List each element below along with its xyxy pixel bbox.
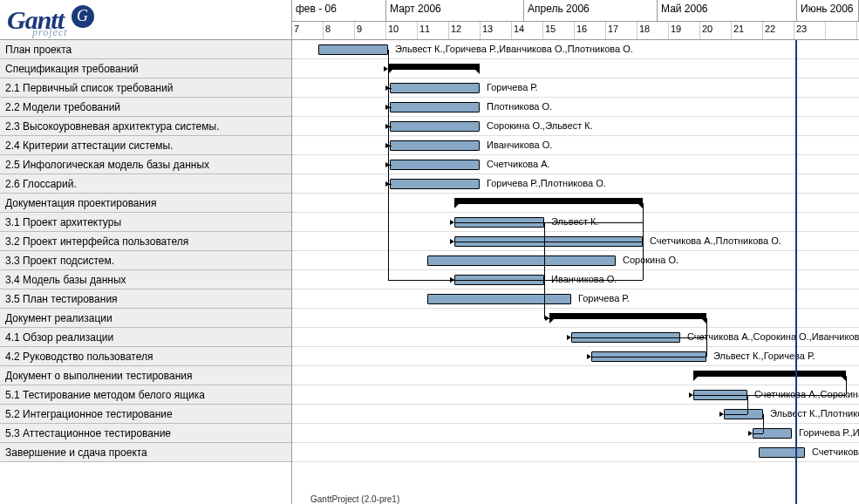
task-row[interactable]: Документация проектирования <box>0 194 291 213</box>
task-bar[interactable] <box>427 294 571 304</box>
week-header: 8 <box>324 22 355 39</box>
app-logo: Ganttproject G <box>0 0 291 39</box>
assignee-label: Счетчикова А.,Сорокина О.,Иванчикова О. <box>754 389 859 399</box>
task-row[interactable]: План проекта <box>0 40 291 59</box>
task-bar[interactable] <box>390 102 480 112</box>
task-row[interactable]: 5.1 Тестирование методом белого ящика <box>0 385 291 405</box>
summary-bar[interactable] <box>388 64 480 70</box>
week-header: 21 <box>732 22 763 39</box>
task-bar[interactable] <box>318 44 388 55</box>
task-row[interactable]: Документ о выполнении тестирования <box>0 366 291 385</box>
week-header: 16 <box>575 22 606 39</box>
week-header: 12 <box>449 22 481 39</box>
assignee-label: Счетчикова А.,Сорокина О.,Иванчикова О. <box>687 331 859 342</box>
task-row[interactable]: 3.3 Проект подсистем. <box>0 251 291 270</box>
task-bar[interactable] <box>390 179 480 189</box>
task-bar[interactable] <box>427 255 616 266</box>
task-row[interactable]: Завершение и сдача проекта <box>0 443 291 462</box>
assignee-label: Горичева Р.,Иванчикова О. <box>799 427 859 438</box>
assignee-label: Счетчикова А.,Плотникова О. <box>650 235 781 246</box>
today-line <box>795 40 797 504</box>
assignee-label: Горичева Р.,Плотникова О. <box>487 178 606 188</box>
month-header: Март 2006 <box>386 0 524 21</box>
timeline-header: фев - 06Март 2006Апрель 2006Май 2006Июнь… <box>291 0 859 39</box>
assignee-label: Плотникова О. <box>487 101 552 112</box>
task-row[interactable]: 2.4 Критерии аттестации системы. <box>0 136 291 155</box>
task-row[interactable]: 2.6 Глоссарий. <box>0 174 291 194</box>
week-header: 23 <box>794 22 826 39</box>
task-row[interactable]: 3.4 Модель базы данных <box>0 270 291 289</box>
task-row[interactable]: 3.2 Проект интерфейса пользователя <box>0 232 291 251</box>
week-header: 22 <box>763 22 794 39</box>
task-row[interactable]: 5.3 Аттестационное тестирование <box>0 424 291 443</box>
month-header: Май 2006 <box>658 0 797 21</box>
week-header: 20 <box>700 22 732 39</box>
logo-badge-icon: G <box>72 5 94 28</box>
week-header: 17 <box>606 22 637 39</box>
task-bar[interactable] <box>390 140 480 151</box>
week-header: 19 <box>669 22 700 39</box>
week-header: 14 <box>512 22 543 39</box>
week-header: 13 <box>481 22 512 39</box>
assignee-label: Иванчикова О. <box>551 274 617 284</box>
week-header: 15 <box>543 22 575 39</box>
task-row[interactable]: 2.1 Первичный список требований <box>0 78 291 98</box>
task-list[interactable]: План проектаСпецификация требований2.1 П… <box>0 40 292 504</box>
task-bar[interactable] <box>390 121 480 132</box>
week-header: 11 <box>418 22 449 39</box>
month-header: Июнь 2006 <box>797 0 859 21</box>
assignee-label: Горичева Р. <box>487 82 538 92</box>
month-header: фев - 06 <box>292 0 386 21</box>
task-row[interactable]: 4.1 Обзор реализации <box>0 328 291 347</box>
week-header: 7 <box>292 22 324 39</box>
summary-bar[interactable] <box>549 313 706 319</box>
week-header: 10 <box>386 22 418 39</box>
assignee-label: Сорокина О.,Эльвест К. <box>487 120 593 131</box>
task-bar[interactable] <box>759 447 805 458</box>
month-header: Апрель 2006 <box>524 0 658 21</box>
assignee-label: Сорокина О. <box>623 255 678 265</box>
assignee-label: Эльвест К.,Горичева Р. <box>713 351 815 361</box>
task-bar[interactable] <box>390 83 480 93</box>
summary-bar[interactable] <box>454 198 643 204</box>
task-row[interactable]: 2.2 Модели требований <box>0 98 291 117</box>
assignee-label: Эльвест К. <box>551 216 599 227</box>
task-row[interactable]: 3.1 Проект архитектуры <box>0 213 291 232</box>
week-header <box>826 22 857 39</box>
summary-bar[interactable] <box>693 371 846 377</box>
task-row[interactable]: 4.2 Руководство пользователя <box>0 347 291 366</box>
week-header: 18 <box>637 22 669 39</box>
task-row[interactable]: 2.3 Высокоуровневая архитектура системы. <box>0 117 291 136</box>
task-row[interactable]: Документ реализации <box>0 309 291 328</box>
assignee-label: Горичева Р. <box>578 293 630 303</box>
task-row[interactable]: 2.5 Инфологическая модель базы данных <box>0 155 291 174</box>
task-bar[interactable] <box>390 160 480 170</box>
task-row[interactable]: Спецификация требований <box>0 59 291 78</box>
week-header: 9 <box>355 22 386 39</box>
version-label: GanttProject (2.0-pre1) <box>310 494 399 504</box>
gantt-chart[interactable]: Эльвест К.,Горичева Р.,Иванчикова О.,Пло… <box>292 40 859 504</box>
assignee-label: Эльвест К.,Горичева Р.,Иванчикова О.,Пло… <box>395 44 633 54</box>
task-row[interactable]: 5.2 Интеграционное тестирование <box>0 405 291 424</box>
assignee-label: Иванчикова О. <box>487 140 552 150</box>
assignee-label: Эльвест К.,Плотникова О. <box>770 408 859 419</box>
task-row[interactable]: 3.5 План тестирования <box>0 289 291 309</box>
assignee-label: Счетчикова А. <box>487 159 550 169</box>
assignee-label: Счетчикова А. <box>812 446 859 457</box>
